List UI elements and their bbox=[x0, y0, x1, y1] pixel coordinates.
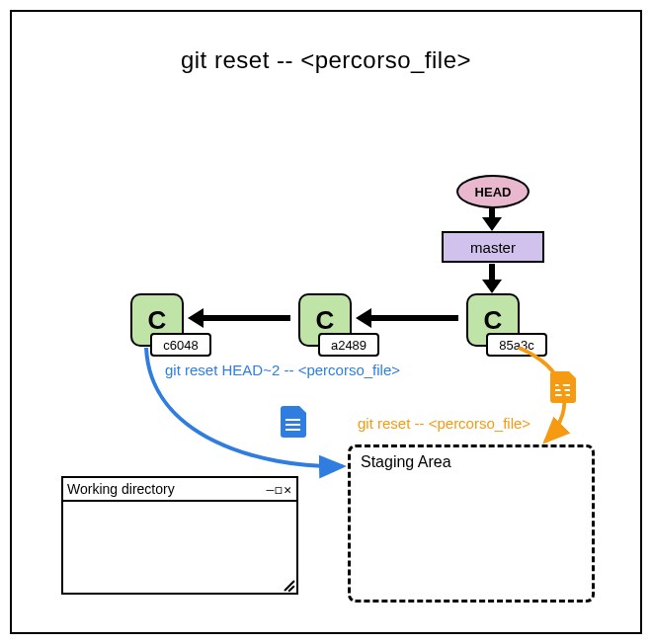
arrow-master-to-commit bbox=[489, 264, 495, 282]
diagram-frame: git reset -- <percorso_file> HEAD master… bbox=[10, 10, 642, 634]
window-titlebar: Working directory –◻✕ bbox=[63, 478, 296, 502]
commit-hash-3: 85a3c bbox=[486, 333, 547, 357]
commit-hash-1: c6048 bbox=[150, 333, 211, 357]
arrow-commit3-to-commit2 bbox=[369, 315, 458, 321]
commit-hash-2: a2489 bbox=[318, 333, 379, 357]
note-reset-file: git reset -- <percorso_file> bbox=[358, 415, 530, 432]
window-title: Working directory bbox=[67, 481, 267, 497]
staging-area-label: Staging Area bbox=[361, 453, 451, 470]
working-directory-window: Working directory –◻✕ bbox=[61, 476, 298, 595]
arrow-commit2-to-commit1 bbox=[202, 315, 290, 321]
note-reset-head2: git reset HEAD~2 -- <percorso_file> bbox=[165, 362, 400, 378]
branch-master: master bbox=[442, 231, 544, 263]
file-icon-blue bbox=[281, 406, 306, 438]
window-controls: –◻✕ bbox=[267, 482, 292, 497]
arrow-head-to-master bbox=[489, 207, 495, 219]
staging-area-box: Staging Area bbox=[348, 444, 595, 603]
file-icon-orange bbox=[550, 371, 576, 403]
window-resize-grip bbox=[281, 577, 294, 591]
head-ref: HEAD bbox=[456, 175, 530, 208]
diagram-title: git reset -- <percorso_file> bbox=[12, 46, 640, 74]
